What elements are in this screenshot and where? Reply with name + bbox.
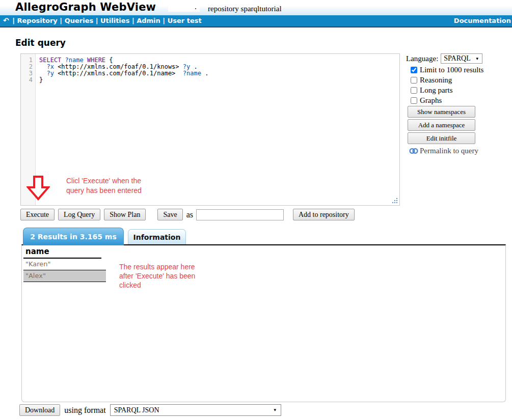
annotation-line: The results appear here bbox=[119, 262, 195, 271]
repository-label: repository sparqltutorial bbox=[208, 5, 282, 13]
permalink-link[interactable]: Permalink to query bbox=[409, 147, 512, 155]
namespace-buttons: Show namespacesAdd a namespaceEdit initf… bbox=[406, 106, 512, 144]
save-button[interactable]: Save bbox=[157, 209, 182, 220]
redaction-patch bbox=[238, 0, 278, 5]
add-a-namespace-button[interactable]: Add a namespace bbox=[408, 119, 475, 131]
results-table: name "Karen""Alex" bbox=[23, 246, 106, 282]
checkbox-reasoning[interactable] bbox=[411, 77, 417, 83]
checkbox-limit-to-1000-results[interactable] bbox=[411, 67, 417, 73]
annotation-line: clicked bbox=[119, 281, 195, 290]
nav-separator: | bbox=[10, 17, 17, 24]
annotation-line: Clicl 'Execute' when the bbox=[66, 176, 142, 186]
annotation-line: after 'Execute' has been bbox=[119, 271, 195, 281]
using-format-label: using format bbox=[64, 406, 105, 415]
results-annotation-text: The results appear hereafter 'Execute' h… bbox=[119, 262, 195, 290]
log-query-button[interactable]: Log Query bbox=[58, 209, 100, 220]
nav-item-queries[interactable]: Queries bbox=[65, 17, 94, 24]
format-value: SPARQL JSON bbox=[114, 406, 159, 414]
nav-item-documentation[interactable]: Documentation bbox=[454, 17, 511, 24]
back-arrow-icon[interactable]: ↶ bbox=[3, 16, 9, 24]
checkbox-label: Long parts bbox=[420, 86, 453, 95]
result-row[interactable]: "Alex" bbox=[23, 270, 106, 282]
show-plan-button[interactable]: Show Plan bbox=[104, 209, 146, 220]
checkbox-long-parts[interactable] bbox=[411, 87, 417, 94]
chevron-down-icon: ▼ bbox=[475, 57, 479, 61]
code-line: } bbox=[39, 77, 399, 83]
execute-annotation-text: Clicl 'Execute' when thequery has been e… bbox=[66, 176, 142, 195]
app-title: AllegroGraph WebView bbox=[15, 1, 156, 13]
header: AllegroGraph WebView repository sparqltu… bbox=[0, 0, 512, 15]
annotation-line: query has been entered bbox=[66, 186, 142, 195]
nav-separator: | bbox=[58, 17, 65, 24]
nav-bar: ↶ | Repository | Queries | Utilities | A… bbox=[0, 15, 512, 27]
language-value: SPARQL bbox=[444, 54, 470, 63]
show-namespaces-button[interactable]: Show namespaces bbox=[408, 106, 475, 118]
resize-grip-icon[interactable] bbox=[392, 198, 398, 204]
results-panel: name "Karen""Alex" The results appear he… bbox=[21, 244, 506, 402]
stray-dot bbox=[195, 8, 196, 9]
code-line: ?y <http://xmlns.com/foaf/0.1/name> ?nam… bbox=[39, 70, 399, 77]
checkbox-label: Graphs bbox=[420, 96, 442, 105]
redaction-patch bbox=[168, 2, 200, 12]
language-label: Language: bbox=[406, 54, 438, 63]
results-column-header[interactable]: name bbox=[23, 246, 101, 259]
nav-item-utilities[interactable]: Utilities bbox=[100, 17, 129, 24]
results-rows: "Karen""Alex" bbox=[23, 259, 106, 282]
edit-initfile-button[interactable]: Edit initfile bbox=[408, 132, 475, 144]
chain-link-icon bbox=[409, 147, 418, 155]
checkbox-row-long-parts: Long parts bbox=[411, 86, 512, 94]
tab-results[interactable]: 2 Results in 3.165 ms bbox=[23, 228, 124, 245]
as-label: as bbox=[186, 210, 193, 219]
nav-items: | Repository | Queries | Utilities | Adm… bbox=[10, 17, 202, 24]
save-name-input[interactable] bbox=[196, 209, 284, 220]
nav-item-admin[interactable]: Admin bbox=[137, 17, 160, 24]
checkbox-row-reasoning: Reasoning bbox=[411, 76, 512, 84]
options-checkbox-list: Limit to 1000 resultsReasoningLong parts… bbox=[406, 66, 512, 104]
query-options-panel: Language: SPARQL ▼ Limit to 1000 results… bbox=[406, 53, 512, 155]
execute-button[interactable]: Execute bbox=[20, 209, 55, 220]
checkbox-row-graphs: Graphs bbox=[411, 96, 512, 104]
format-select[interactable]: SPARQL JSON ▼ bbox=[110, 404, 281, 416]
nav-separator: | bbox=[129, 17, 137, 24]
download-button[interactable]: Download bbox=[19, 404, 60, 416]
line-number: 4 bbox=[21, 77, 33, 83]
checkbox-row-limit-to-1000-results: Limit to 1000 results bbox=[411, 66, 512, 74]
language-row: Language: SPARQL ▼ bbox=[406, 53, 512, 64]
tab-information[interactable]: Information bbox=[128, 229, 186, 244]
nav-separator: | bbox=[93, 17, 100, 24]
nav-separator: | bbox=[160, 17, 168, 24]
download-bar: Download using format SPARQL JSON ▼ bbox=[19, 404, 281, 416]
query-actions-row: Execute Log Query Show Plan Save as Add … bbox=[20, 209, 355, 220]
permalink-label: Permalink to query bbox=[420, 147, 478, 155]
checkbox-label: Limit to 1000 results bbox=[420, 66, 483, 74]
webview-app: AllegroGraph WebView repository sparqltu… bbox=[0, 0, 512, 420]
page-title: Edit query bbox=[15, 38, 66, 48]
red-down-arrow-annotation bbox=[26, 175, 50, 201]
nav-item-user-test[interactable]: User test bbox=[168, 17, 202, 24]
result-row[interactable]: "Karen" bbox=[23, 259, 106, 270]
language-select[interactable]: SPARQL ▼ bbox=[441, 53, 482, 64]
chevron-down-icon: ▼ bbox=[273, 408, 277, 412]
checkbox-label: Reasoning bbox=[420, 76, 452, 85]
add-to-repository-button[interactable]: Add to repository bbox=[293, 209, 355, 220]
nav-item-repository[interactable]: Repository bbox=[17, 17, 58, 24]
checkbox-graphs[interactable] bbox=[411, 97, 417, 104]
